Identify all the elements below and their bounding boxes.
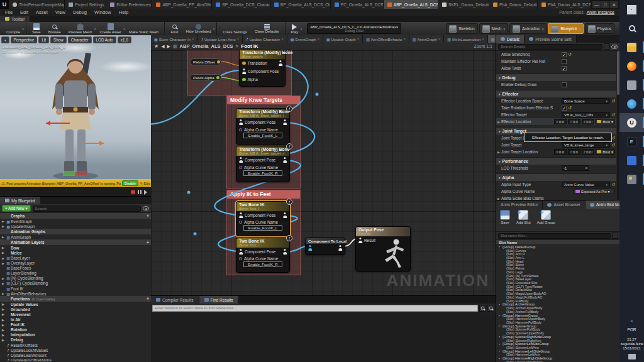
list-item[interactable]: ▶ Animation Layers +: [0, 239, 151, 245]
list-item[interactable]: ▶ LayerBlending +: [0, 271, 151, 276]
debug-filter-dropdown[interactable]: ABP_Ornella_ALS_DCS_C_3 in AnimationEdit…: [307, 23, 401, 34]
taskbar-icon[interactable]: [619, 75, 644, 94]
close-button[interactable]: ✕: [610, 1, 618, 8]
list-item[interactable]: ▶ AimOffsetBehaviors +: [0, 291, 151, 296]
list-item[interactable]: ▶ Foot IK +: [0, 286, 151, 291]
pose-out-pin-icon[interactable]: [279, 60, 282, 66]
breadcrumb-root[interactable]: ABP_Ornella_ALS_DCS: [180, 43, 233, 49]
toolbar-button[interactable]: Class Defaults ▾: [251, 22, 283, 35]
reset-icon[interactable]: ↺: [568, 52, 572, 57]
list-item[interactable]: ▶ UpdateLookAtValues +: [0, 348, 151, 353]
name-pin-icon[interactable]: [239, 128, 242, 131]
curve-name-input[interactable]: Enable_FootIK_R: [243, 170, 282, 176]
list-item[interactable]: ▶ Functions (6 Overridable) +: [0, 296, 151, 302]
expander-arrow-icon[interactable]: ▶: [2, 323, 6, 327]
show-hidden-icons-chevron[interactable]: <: [630, 319, 633, 327]
section-effector[interactable]: ▾Effector: [496, 90, 616, 97]
save-button[interactable]: Save: [500, 210, 510, 224]
exposed-as-pin-button[interactable]: Exposed As Pin▾: [574, 189, 615, 194]
asset-tab[interactable]: ABP_Ornella_ALS_DCS ×: [384, 0, 438, 9]
close-icon[interactable]: ×: [281, 37, 284, 41]
find-references-input[interactable]: [152, 305, 478, 312]
search-icon[interactable]: [612, 233, 618, 239]
expander-arrow-icon[interactable]: ▶: [2, 333, 6, 337]
toolbar-button[interactable]: Compile ▾: [3, 22, 24, 35]
pose-out-pin-icon[interactable]: [283, 212, 287, 218]
favorite-star-icon[interactable]: ★: [154, 43, 158, 49]
pose-out-pin-icon[interactable]: [338, 245, 342, 251]
dropdown[interactable]: Bone Space▾: [562, 98, 610, 104]
pose-out-pin-icon[interactable]: [283, 157, 287, 163]
dropdown[interactable]: Anim Curve Value▾: [562, 182, 610, 187]
list-item[interactable]: ▶ Graphs +: [0, 213, 151, 219]
section-performance[interactable]: ▾Performance: [496, 157, 616, 165]
asset-tab[interactable]: PhA_Danus_Default ×: [489, 0, 538, 9]
editor-mode-button[interactable]: Skeleton ▾: [446, 23, 477, 34]
vector-pin-icon[interactable]: [217, 60, 221, 64]
viewport-control-button[interactable]: Character: [68, 36, 92, 43]
record-icon[interactable]: [131, 190, 135, 194]
pose-in-pin-icon[interactable]: [239, 249, 243, 255]
toolbar-button[interactable]: Preview Mesh ▾: [65, 22, 96, 35]
pose-in-pin-icon[interactable]: [239, 212, 243, 218]
pose-out-pin-icon[interactable]: [283, 119, 287, 125]
viewport-control-button[interactable]: Lit: [38, 36, 49, 43]
pose-in-pin-icon[interactable]: [242, 69, 246, 74]
reset-icon[interactable]: ↺: [568, 106, 572, 111]
expander-arrow-icon[interactable]: ▶: [2, 307, 6, 311]
variable-node-pelvis-alpha[interactable]: Pelvis Alpha: [190, 74, 221, 81]
reset-icon[interactable]: ↺: [611, 182, 615, 187]
add-icon[interactable]: +: [147, 297, 149, 301]
back-icon[interactable]: ◀: [161, 44, 164, 49]
reset-icon[interactable]: ↺: [611, 112, 615, 118]
add-slot-button[interactable]: Add Slot: [516, 210, 531, 224]
editor-mode-button[interactable]: Mesh ▾: [479, 23, 508, 34]
language-indicator[interactable]: POR: [627, 327, 636, 337]
search-icon[interactable]: [479, 305, 486, 312]
list-item[interactable]: ▶ BasePoses +: [0, 266, 151, 271]
preview-viewport[interactable]: Previewing ABP_Ornella_ALS_DCS_C Simulat…: [0, 35, 151, 187]
result-pin-icon[interactable]: [358, 238, 362, 243]
tab-my-blueprint[interactable]: My Blueprint: [0, 197, 40, 204]
graph-tab[interactable]: AnimGraph ×: [409, 35, 444, 43]
list-item[interactable]: ▶ Foot IK +: [0, 322, 151, 327]
asset-tab[interactable]: Editor Preferences ×: [106, 0, 152, 9]
list-item[interactable]: ▶ AnimGraph +: [0, 234, 151, 239]
list-item[interactable]: ▶ EventGraph +: [0, 219, 151, 224]
graph-tab[interactable]: AimOffsetBehavio ×: [363, 35, 409, 43]
filter-grid-icon[interactable]: [604, 43, 610, 50]
name-pin-icon[interactable]: [239, 166, 242, 169]
add-new-button[interactable]: + Add New ▾: [2, 205, 31, 212]
maximize-button[interactable]: □: [601, 1, 609, 8]
toolbar-button[interactable]: Make Static Mesh ▾: [125, 22, 163, 35]
taskbar-icon[interactable]: U: [619, 113, 644, 132]
list-item[interactable]: ▶ Update Values +: [0, 302, 151, 307]
alpha-pin-icon[interactable]: [242, 78, 246, 82]
tab-find-results[interactable]: Find Results: [199, 296, 239, 304]
z-value-input[interactable]: Z0.0: [582, 149, 594, 155]
reset-icon[interactable]: ↺: [611, 136, 615, 141]
graph-tab[interactable]: Store Character In ×: [151, 35, 198, 43]
node-component-to-local[interactable]: Component To Local: [305, 238, 345, 255]
search-input[interactable]: [33, 206, 141, 212]
toolbar-button[interactable]: Class Settings ▾: [216, 22, 250, 35]
node-two-bone-ik-r[interactable]: ƒ Two Bone IK Bone: foot_r Component Pos…: [236, 238, 290, 273]
chevron-down-icon[interactable]: ▾: [503, 27, 505, 31]
expander-arrow-icon[interactable]: ▶: [2, 328, 6, 332]
menu-item[interactable]: File: [5, 9, 13, 15]
list-item[interactable]: ▶ OverlayLayer +: [0, 261, 151, 266]
node-two-bone-ik-l[interactable]: ƒ Two Bone IK Bone: foot_l Component Pos…: [236, 201, 290, 236]
asset-tab[interactable]: BP_Ornella_DCS_Charact ×: [212, 0, 270, 9]
list-item[interactable]: ▶ Bow +: [0, 245, 151, 250]
taskbar-icon[interactable]: [619, 38, 644, 57]
viewport-menu-button[interactable]: ▾: [1, 36, 9, 43]
list-item[interactable]: ▶ Movement +: [0, 312, 151, 317]
graph-tab[interactable]: MeleLocomotion ×: [444, 35, 488, 43]
graph-tab[interactable]: Update Character ×: [243, 35, 287, 43]
chevron-down-icon[interactable]: ▾: [579, 27, 580, 31]
viewport-control-button[interactable]: x1.0: [118, 36, 131, 43]
comment-title[interactable]: Apply IK to Feet: [227, 190, 300, 199]
toolbar-tab[interactable]: Toolbar: [0, 16, 30, 22]
graph-tab[interactable]: Update Lean Amo ×: [198, 35, 243, 43]
taskbar-icon[interactable]: [619, 19, 644, 38]
